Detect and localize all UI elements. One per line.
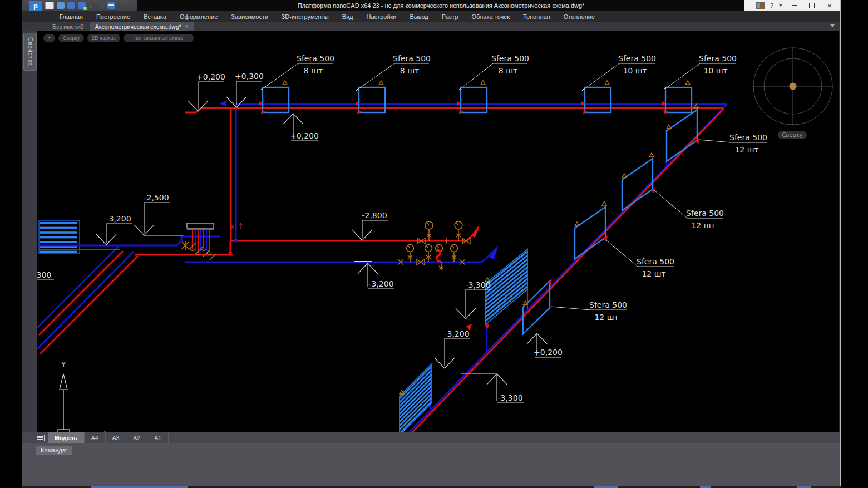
close-button[interactable]: ×	[823, 1, 836, 10]
svg-text:+0,300: +0,300	[235, 72, 264, 81]
viewport-add-button[interactable]: +	[43, 34, 55, 42]
svg-text:8 шт: 8 шт	[499, 66, 517, 75]
save-as-icon[interactable]	[78, 2, 86, 9]
axonometric-scheme-drawing: X1	[37, 31, 839, 462]
properties-panel-tab[interactable]: Свойства	[23, 33, 37, 71]
radiator-top-3	[457, 81, 487, 114]
viewport-linked-views-button[interactable]: — нет связанных видов —	[124, 34, 194, 42]
viewport-view-button[interactable]: Сверху	[58, 34, 84, 42]
elevation-mark: -2,500	[134, 193, 183, 235]
svg-text:12 шт: 12 шт	[734, 145, 758, 154]
menu-otoplenie[interactable]: Отопление	[557, 11, 601, 22]
menu-topoplan[interactable]: Топоплан	[516, 11, 557, 22]
sheet-tab-a3[interactable]: A3	[106, 432, 127, 443]
document-tabs: Без имени0 Аксонометрическая схема.dwg* …	[22, 22, 840, 31]
radiator-right-2	[622, 153, 655, 210]
menu-postroenie[interactable]: Построение	[90, 11, 137, 22]
radiator-label: Sfera 500 8 шт	[262, 54, 334, 89]
menu-oformlenie[interactable]: Оформление	[173, 11, 224, 22]
elevation-mark: -3,200	[358, 263, 394, 289]
layouts-list-icon[interactable]	[36, 435, 45, 441]
window-controls: ? ×	[744, 0, 840, 11]
svg-text:-2,800: -2,800	[362, 211, 387, 220]
svg-text:12 шт: 12 шт	[594, 313, 618, 322]
svg-text:Sfera 500: Sfera 500	[491, 54, 529, 63]
radiator-top-2	[356, 81, 385, 114]
tab-list-dropdown-icon[interactable]	[830, 24, 835, 27]
svg-text:Sfera 500: Sfera 500	[637, 257, 674, 266]
ucs-axis-icon: Y X	[58, 360, 134, 441]
undo-icon[interactable]: ←	[88, 2, 95, 9]
svg-text:8 шт: 8 шт	[304, 66, 323, 75]
open-file-icon[interactable]	[57, 2, 65, 9]
nanocad-logo-icon[interactable]: p	[29, 1, 42, 11]
command-prompt[interactable]: Команда:	[36, 446, 72, 455]
radiator-top-1	[259, 81, 289, 114]
svg-text:+0,200: +0,200	[196, 72, 225, 81]
menu-nastroyki[interactable]: Настройки	[360, 11, 403, 22]
elevation-mark: +0,200	[527, 333, 563, 357]
tab-close-icon[interactable]: ×	[185, 23, 189, 29]
svg-text:Sfera 500: Sfera 500	[686, 209, 724, 218]
svg-text:Sfera 500: Sfera 500	[729, 133, 767, 142]
menu-bar: Главная Построение Вставка Оформление За…	[22, 11, 840, 22]
command-line-bar[interactable]: Команда:	[22, 443, 840, 486]
radiator-label: Sfera 500 12 шт	[606, 240, 674, 278]
svg-text:12 шт: 12 шт	[691, 221, 715, 230]
maximize-button[interactable]	[806, 1, 818, 10]
radiators-top-row[interactable]	[259, 81, 692, 114]
help-dropdown-icon[interactable]	[779, 4, 782, 7]
radiator-label: Sfera 500 8 шт	[358, 54, 431, 89]
menu-zavisimosti[interactable]: Зависимости	[224, 11, 275, 22]
manifold-valve-icons	[182, 241, 216, 260]
save-icon[interactable]	[67, 2, 75, 9]
svg-text:-3,200: -3,200	[106, 214, 131, 223]
svg-text:Сверху: Сверху	[782, 132, 802, 138]
menu-rastr[interactable]: Растр	[435, 11, 465, 22]
sheet-tab-a4[interactable]: A4	[85, 432, 106, 443]
dependencies-manager-icon[interactable]	[756, 2, 765, 9]
new-file-icon[interactable]	[45, 2, 54, 9]
sheet-tabs-bar: Модель A4 A3 A2 A1	[22, 432, 840, 443]
sheet-tab-model[interactable]: Модель	[48, 432, 85, 443]
radiator-label: Sfera 500 12 шт	[699, 133, 767, 154]
left-panel-strip: Свойства	[22, 31, 37, 462]
menu-vyvod[interactable]: Вывод	[403, 11, 435, 22]
sheet-tab-a2[interactable]: A2	[126, 432, 147, 443]
elevation-mark: 300	[37, 270, 54, 280]
svg-text:Sfera 500: Sfera 500	[297, 54, 334, 63]
doc-tab-unnamed[interactable]: Без имени0	[47, 22, 90, 31]
svg-text:-2,500: -2,500	[144, 193, 169, 202]
minimize-button[interactable]	[788, 1, 800, 10]
menu-glavnaya[interactable]: Главная	[53, 11, 90, 22]
doc-tab-axonometric[interactable]: Аксонометрическая схема.dwg* ×	[90, 22, 194, 31]
radiator-finned-left[interactable]	[39, 220, 80, 254]
svg-text:+0,200: +0,200	[290, 131, 319, 140]
menu-oblaka-tochek[interactable]: Облака точек	[465, 11, 517, 22]
radiator-right-3	[575, 201, 608, 259]
svg-text:8 шт: 8 шт	[400, 66, 419, 75]
viewport-visual-style-button[interactable]: 2D-каркас	[87, 34, 120, 42]
radiator-label: Sfera 500 12 шт	[654, 190, 724, 230]
radiator-label: Sfera 500 10 шт	[665, 54, 737, 89]
print-icon[interactable]	[107, 2, 115, 9]
menu-vid[interactable]: Вид	[336, 11, 360, 22]
menu-3d-instrumenty[interactable]: 3D-инструменты	[275, 11, 336, 22]
sheet-tab-a1[interactable]: A1	[147, 432, 169, 443]
help-icon[interactable]: ?	[770, 2, 773, 9]
riser-tag: X1	[230, 224, 238, 230]
radiator-top-5	[662, 81, 692, 114]
wheel-center-dot[interactable]	[790, 83, 797, 90]
nanocad-window: p ← → Платформа nanoCAD x64 23 - не для …	[22, 0, 841, 486]
valve-assembly[interactable]	[354, 221, 470, 270]
navigation-wheel[interactable]: Сверху	[752, 47, 834, 139]
redo-icon[interactable]: →	[98, 2, 105, 9]
menu-vstavka[interactable]: Вставка	[137, 11, 173, 22]
svg-text:-3,300: -3,300	[465, 280, 490, 289]
svg-text:10 шт: 10 шт	[703, 66, 727, 75]
window-title: Платформа nanoCAD x64 23 - не для коммер…	[137, 0, 744, 11]
svg-text:Sfera 500: Sfera 500	[589, 300, 627, 309]
flow-arrow-icons	[219, 101, 499, 259]
drawing-canvas[interactable]: + Сверху 2D-каркас — нет связанных видов…	[37, 31, 839, 462]
quick-access-toolbar: p ← →	[22, 0, 137, 11]
